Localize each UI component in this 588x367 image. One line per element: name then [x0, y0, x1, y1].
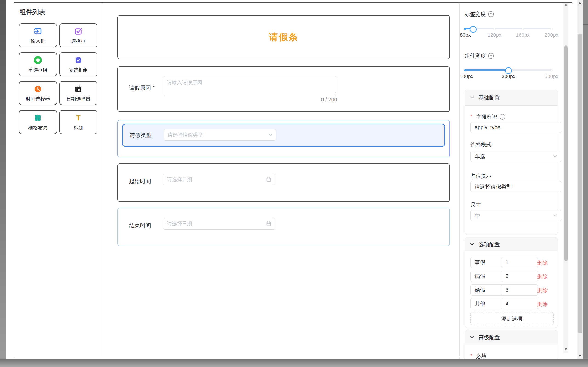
slider-handle[interactable] — [505, 67, 512, 74]
section-title: 高级配置 — [479, 334, 500, 341]
canvas-field-end-time[interactable]: 结束时间 请选择日期 — [117, 208, 450, 246]
option-value-input[interactable]: 4 — [501, 298, 538, 309]
scroll-up-icon[interactable] — [578, 2, 582, 4]
component-card-label: 标题 — [74, 125, 83, 131]
field-label: 结束时间 — [129, 222, 151, 229]
radio-icon — [33, 56, 43, 65]
inspector-divider — [459, 2, 459, 359]
component-card-label: 栅格布局 — [28, 125, 48, 131]
svg-text:T: T — [76, 114, 81, 122]
select-icon — [74, 27, 83, 36]
select-placeholder: 请选择请假类型 — [167, 132, 203, 138]
component-list-title: 组件列表 — [19, 8, 45, 17]
scroll-down-icon[interactable] — [564, 348, 568, 350]
form-title: 请假条 — [118, 16, 450, 58]
scroll-down-icon[interactable] — [578, 355, 582, 357]
delete-option-link[interactable]: 删除 — [537, 259, 548, 267]
mode-select[interactable]: 单选 — [470, 151, 561, 162]
slider-handle[interactable] — [470, 26, 476, 33]
options-config-card: 选项配置 事假 1 删除 病假 2 删除 婚假 3 删除 其他 4 删除 添加选… — [465, 237, 558, 328]
designer-top-border — [14, 2, 572, 3]
component-card-grid-layout[interactable]: 栅格布局 — [19, 110, 57, 134]
basic-config-card: 基础配置 * 字段标识 ? apply_type 选择模式 单选 占位提示 请选… — [465, 90, 558, 235]
delete-option-link[interactable]: 删除 — [537, 273, 548, 280]
options-config-header[interactable]: 选项配置 — [465, 237, 558, 251]
designer-bottom-border — [14, 356, 459, 357]
component-card-label: 输入框 — [31, 38, 45, 44]
app-viewport: 组件列表 输入框 选择框 单选框组 复选框组 — [6, 0, 577, 359]
calendar-icon — [266, 221, 271, 226]
component-card-label: 选择框 — [71, 38, 86, 44]
placeholder-label: 占位提示 — [470, 172, 492, 179]
component-card-select[interactable]: 选择框 — [59, 23, 97, 47]
chevron-down-icon — [470, 96, 474, 99]
delete-option-link[interactable]: 删除 — [537, 301, 548, 308]
add-option-button[interactable]: 添加选项 — [470, 312, 553, 325]
input-icon — [33, 27, 43, 36]
desktop-bottom-band — [0, 359, 588, 367]
reason-textarea[interactable]: 请输入请假原因 — [163, 76, 337, 96]
canvas-field-reason[interactable]: 请假原因 * 请输入请假原因 0 / 200 — [117, 66, 450, 112]
canvas-field-type-selected[interactable]: 请假类型 请选择请假类型 — [122, 124, 445, 147]
date-placeholder: 请选择日期 — [167, 220, 192, 227]
component-card-input[interactable]: 输入框 — [19, 23, 57, 47]
slider-mark[interactable]: 200px — [545, 32, 558, 38]
type-select[interactable]: 请选择请假类型 — [164, 129, 276, 141]
slider-mark[interactable]: 160px — [516, 32, 530, 38]
end-date-input[interactable]: 请选择日期 — [163, 218, 275, 230]
component-card-checkbox-group[interactable]: 复选框组 — [59, 52, 97, 76]
slider-mark[interactable]: 120px — [488, 32, 501, 38]
option-value-input[interactable]: 1 — [501, 257, 538, 268]
section-title: 选项配置 — [479, 241, 500, 248]
option-value-input[interactable]: 3 — [501, 284, 538, 296]
chevron-down-icon — [268, 134, 272, 136]
component-card-radio-group[interactable]: 单选框组 — [19, 52, 57, 76]
slider-mark[interactable]: 300px — [502, 74, 515, 79]
option-value-input[interactable]: 2 — [501, 271, 538, 282]
chevron-down-icon — [470, 336, 474, 339]
date-icon — [74, 84, 83, 94]
chevron-down-icon — [553, 214, 557, 217]
title-icon: T — [74, 113, 83, 123]
label-width-slider[interactable] — [465, 26, 552, 32]
start-date-input[interactable]: 请选择日期 — [163, 174, 275, 185]
browser-scrollbar-thumb[interactable] — [578, 34, 582, 333]
slider-mark[interactable]: 100px — [459, 74, 473, 79]
inspector-scrollbar-thumb[interactable] — [564, 45, 568, 261]
component-card-title[interactable]: T 标题 — [59, 110, 97, 134]
calendar-icon — [266, 177, 271, 182]
section-title: 基础配置 — [479, 94, 500, 101]
component-card-time-picker[interactable]: 时间选择器 — [19, 81, 57, 105]
advanced-config-header[interactable]: 高级配置 — [465, 330, 558, 345]
field-label: 起始时间 — [129, 178, 151, 185]
basic-config-header[interactable]: 基础配置 — [465, 90, 558, 106]
grid-icon — [33, 113, 43, 123]
sidebar-divider — [103, 2, 103, 356]
component-card-label: 时间选择器 — [26, 96, 50, 102]
help-icon[interactable]: ? — [488, 11, 494, 17]
component-card-label: 日期选择器 — [66, 96, 91, 102]
advanced-clipped-label: * 必填 — [470, 352, 487, 359]
component-card-label: 单选框组 — [28, 67, 48, 73]
field-id-label: * 字段标识 ? — [470, 113, 505, 120]
size-select[interactable]: 中 — [470, 210, 561, 221]
help-icon[interactable]: ? — [500, 114, 505, 120]
slider-mark[interactable]: 80px — [460, 32, 471, 38]
char-counter: 0 / 200 — [163, 97, 337, 103]
help-icon[interactable]: ? — [488, 53, 494, 59]
component-width-slider[interactable] — [465, 67, 552, 73]
checkbox-icon — [74, 56, 83, 65]
resize-grip-icon[interactable] — [333, 92, 336, 95]
desktop-seam — [583, 24, 588, 25]
placeholder-input[interactable]: 请选择请假类型 — [470, 181, 561, 192]
delete-option-link[interactable]: 删除 — [537, 287, 548, 294]
canvas-field-type-wrapper[interactable]: 请假类型 请选择请假类型 — [117, 120, 450, 158]
canvas-title-block[interactable]: 请假条 — [117, 15, 450, 59]
canvas-field-start-time[interactable]: 起始时间 请选择日期 — [117, 163, 450, 202]
field-label: 请假原因 * — [129, 84, 155, 92]
field-id-input[interactable]: apply_type — [470, 122, 561, 133]
component-card-date-picker[interactable]: 日期选择器 — [59, 81, 97, 105]
slider-mark[interactable]: 500px — [545, 74, 558, 79]
label-width-title: 标签宽度 ? — [465, 10, 494, 18]
scroll-up-icon[interactable] — [564, 4, 568, 6]
